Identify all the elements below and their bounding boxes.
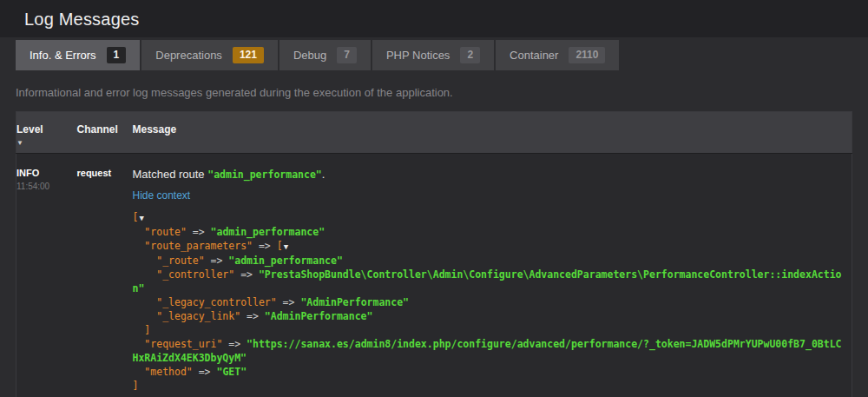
- page-description: Informational and error log messages gen…: [16, 86, 852, 99]
- dump-toggle-icon[interactable]: ▼: [283, 242, 289, 251]
- log-channel: request: [77, 168, 124, 178]
- dump-token-punc: ]: [133, 380, 139, 392]
- log-message-cell: Matched route "admin_performance". Hide …: [133, 154, 852, 397]
- dump-line: "_legacy_controller" => "AdminPerformanc…: [133, 295, 844, 309]
- dump-line: ]: [133, 379, 844, 393]
- page-title: Log Messages: [0, 0, 868, 37]
- log-level: INFO: [16, 168, 69, 178]
- dump-token-punc: [: [277, 240, 283, 252]
- dump-line: "route_parameters" => [▼: [133, 239, 844, 254]
- tab-info-errors-badge: 1: [107, 47, 127, 63]
- tab-php-notices-label: PHP Notices: [386, 49, 450, 62]
- header-message-label: Message: [133, 123, 177, 136]
- hide-context-link[interactable]: Hide context: [133, 189, 191, 202]
- dump-line: "_controller" => "PrestaShopBundle\Contr…: [133, 268, 844, 295]
- context-dump: [▼ "route" => "admin_performance" "route…: [133, 210, 844, 393]
- tab-deprecations-label: Deprecations: [155, 49, 222, 62]
- message-route-code: "admin_performance": [207, 169, 322, 181]
- tab-debug-label: Debug: [293, 49, 326, 62]
- dump-line: "_route" => "admin_performance": [133, 254, 844, 268]
- log-messages-page: Log Messages Info. & Errors 1 Deprecatio…: [0, 0, 868, 397]
- dump-token-op: =>: [253, 240, 277, 252]
- header-channel-label: Channel: [77, 123, 118, 136]
- dump-token-op: =>: [222, 338, 247, 350]
- dump-token-op: =>: [205, 255, 229, 267]
- dump-token-str: "GET": [216, 366, 247, 378]
- dump-token-key: "_legacy_link": [156, 310, 240, 322]
- dump-token-str: "admin_performance": [211, 226, 326, 238]
- tab-info-errors-label: Info. & Errors: [30, 49, 96, 62]
- sort-desc-icon: ▼: [16, 139, 70, 147]
- dump-token-op: =>: [193, 366, 217, 378]
- dump-line: ]: [133, 323, 844, 337]
- dump-line: "route" => "admin_performance": [133, 225, 844, 239]
- log-channel-cell: request: [77, 154, 133, 397]
- log-message: Matched route "admin_performance".: [133, 168, 844, 182]
- header-channel: Channel: [77, 112, 133, 154]
- header-message: Message: [133, 112, 852, 154]
- log-row: INFO 11:54:00 request Matched route "adm…: [16, 154, 852, 397]
- tab-debug[interactable]: Debug 7: [279, 40, 371, 70]
- message-text: Matched route: [133, 168, 208, 181]
- dump-token-op: =>: [234, 268, 259, 281]
- dump-token-key: "route_parameters": [144, 240, 253, 252]
- dump-token-str: "AdminPerformance": [300, 296, 409, 308]
- tab-php-notices[interactable]: PHP Notices 2: [372, 40, 494, 70]
- dump-token-key: "_legacy_controller": [156, 296, 276, 308]
- tab-container-label: Container: [510, 49, 558, 62]
- tab-bar: Info. & Errors 1 Deprecations 121 Debug …: [16, 40, 852, 70]
- log-table: Level ▼ Channel Message INFO 11:54:00: [16, 111, 852, 397]
- tab-container-badge: 2110: [569, 47, 605, 63]
- header-level[interactable]: Level ▼: [16, 112, 77, 154]
- tab-deprecations[interactable]: Deprecations 121: [141, 40, 278, 70]
- header-level-label: Level: [16, 123, 43, 136]
- dump-token-str: "admin_performance": [228, 255, 343, 267]
- dump-line: [▼: [133, 210, 844, 225]
- dump-token-op: =>: [277, 296, 301, 308]
- dump-line: "_legacy_link" => "AdminPerformance": [133, 309, 844, 323]
- dump-token-op: =>: [240, 310, 265, 322]
- log-time: 11:54:00: [16, 182, 69, 191]
- message-period: .: [322, 168, 326, 181]
- dump-token-key: "_controller": [156, 268, 234, 281]
- dump-token-punc: ]: [144, 324, 150, 336]
- dump-token-key: "request_uri": [144, 338, 222, 350]
- dump-line: "request_uri" => "https://sanax.es/admin…: [133, 337, 844, 365]
- dump-token-key: "method": [144, 366, 192, 378]
- tab-php-notices-badge: 2: [460, 47, 480, 63]
- tab-container[interactable]: Container 2110: [496, 40, 619, 70]
- content-panel: Info. & Errors 1 Deprecations 121 Debug …: [0, 37, 868, 397]
- dump-line: "method" => "GET": [133, 365, 844, 379]
- tab-deprecations-badge: 121: [233, 47, 264, 63]
- dump-token-key: "_route": [156, 255, 204, 267]
- table-header-row: Level ▼ Channel Message: [16, 112, 852, 154]
- log-level-cell: INFO 11:54:00: [16, 154, 77, 397]
- dump-token-str: "AdminPerformance": [265, 310, 373, 322]
- tab-info-errors[interactable]: Info. & Errors 1: [16, 40, 140, 70]
- tab-debug-badge: 7: [337, 47, 357, 63]
- dump-token-key: "route": [144, 226, 186, 238]
- dump-toggle-icon[interactable]: ▼: [138, 214, 144, 222]
- dump-token-op: =>: [187, 226, 211, 238]
